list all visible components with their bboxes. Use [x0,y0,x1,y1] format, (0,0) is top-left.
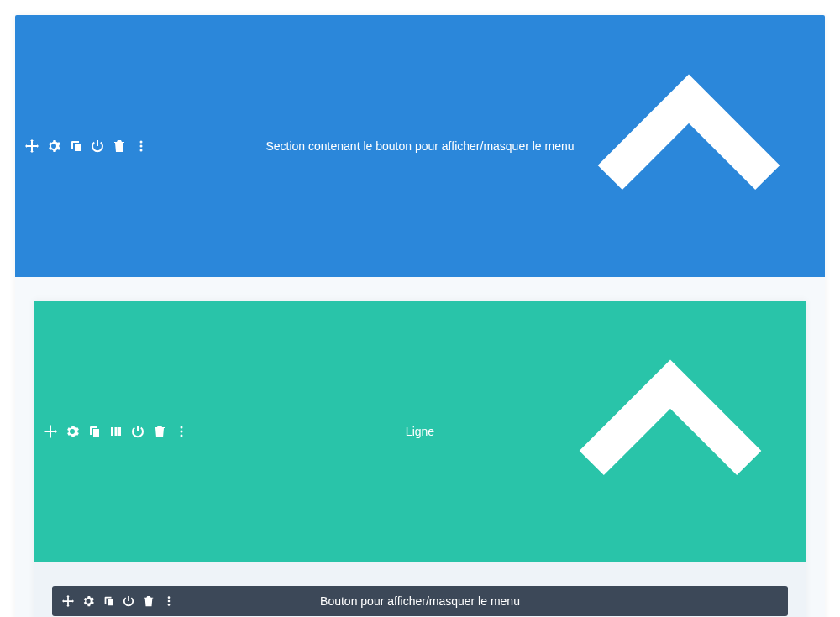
section: Section contenant le bouton pour affiche… [15,15,825,617]
toggle-icon[interactable] [91,139,104,153]
delete-icon[interactable] [113,139,126,153]
settings-icon[interactable] [82,595,94,607]
collapse-toggle[interactable] [563,20,815,272]
duplicate-icon[interactable] [69,139,82,153]
row-header: Ligne [34,301,806,562]
delete-icon[interactable] [143,595,155,607]
settings-icon[interactable] [47,139,60,153]
row: Ligne Bouton pour afficher/masquer le me… [34,301,806,617]
settings-icon[interactable] [66,425,79,438]
section-toolbar [25,139,148,153]
delete-icon[interactable] [153,425,166,438]
more-icon[interactable] [163,595,175,607]
more-icon[interactable] [175,425,188,438]
section-body: Ligne Bouton pour afficher/masquer le me… [15,277,825,617]
toggle-icon[interactable] [131,425,144,438]
duplicate-icon[interactable] [87,425,101,438]
chevron-up-icon [563,20,815,272]
columns-icon[interactable] [109,425,123,438]
move-icon[interactable] [44,425,57,438]
row-body: Bouton pour afficher/masquer le menu + [34,562,806,617]
more-icon[interactable] [134,139,148,153]
toggle-icon[interactable] [123,595,134,607]
move-icon[interactable] [62,595,74,607]
chevron-up-icon [544,306,796,557]
module[interactable]: Bouton pour afficher/masquer le menu [52,586,788,616]
section-header: Section contenant le bouton pour affiche… [15,15,825,277]
row-toolbar [44,425,188,438]
duplicate-icon[interactable] [102,595,114,607]
module-toolbar [62,595,175,607]
move-icon[interactable] [25,139,39,153]
collapse-toggle[interactable] [544,306,796,557]
